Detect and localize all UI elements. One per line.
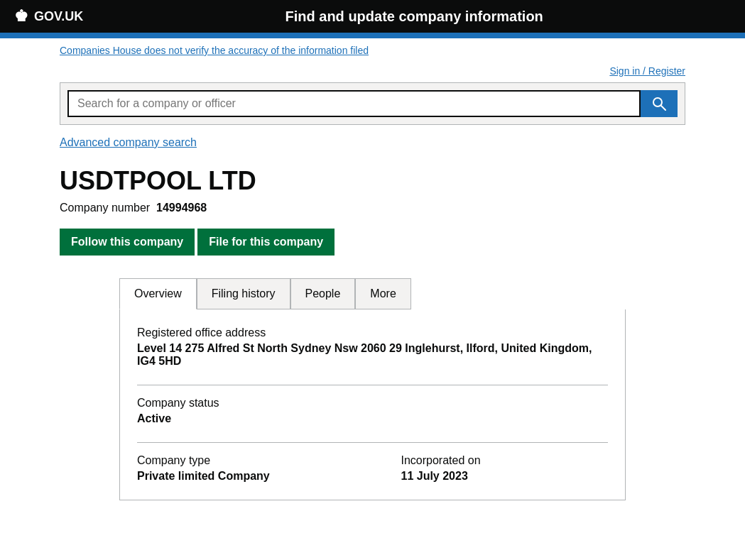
tab-people-link[interactable]: People — [291, 279, 355, 309]
gov-logo-text: GOV.UK — [34, 9, 83, 24]
crown-icon: ♚ — [14, 7, 28, 26]
search-container — [60, 82, 685, 125]
incorporated-label: Incorporated on — [401, 454, 609, 467]
company-status-section: Company status Active — [137, 397, 608, 425]
search-input[interactable] — [67, 90, 641, 117]
company-name: USDTPOOL LTD — [60, 166, 685, 196]
company-number-row: Company number 14994968 — [60, 202, 685, 214]
registered-office-label: Registered office address — [137, 326, 608, 339]
incorporated-value: 11 July 2023 — [401, 470, 609, 483]
svg-line-1 — [661, 106, 665, 110]
search-icon — [652, 97, 666, 111]
incorporated-col: Incorporated on 11 July 2023 — [401, 454, 609, 483]
notice-link[interactable]: Companies House does not verify the accu… — [60, 45, 369, 56]
search-button[interactable] — [641, 90, 678, 117]
gov-logo[interactable]: ♚ GOV.UK — [14, 7, 83, 26]
tabs-list: Overview Filing history People More — [119, 278, 626, 309]
tabs-container: Overview Filing history People More Regi… — [119, 278, 626, 500]
tab-filing-history-link[interactable]: Filing history — [197, 279, 290, 309]
header-title: Find and update company information — [97, 9, 731, 25]
company-type-col: Company type Private limited Company — [137, 454, 344, 483]
divider-2 — [137, 442, 608, 443]
company-status-label: Company status — [137, 397, 608, 410]
signin-link[interactable]: Sign in / Register — [609, 65, 685, 77]
company-type-value: Private limited Company — [137, 470, 344, 483]
registered-office-value: Level 14 275 Alfred St North Sydney Nsw … — [137, 342, 608, 368]
company-type-label: Company type — [137, 454, 344, 467]
file-company-button[interactable]: File for this company — [197, 229, 335, 256]
follow-company-button[interactable]: Follow this company — [60, 229, 195, 256]
company-number-value: 14994968 — [156, 202, 207, 214]
site-header: ♚ GOV.UK Find and update company informa… — [0, 0, 745, 33]
divider-1 — [137, 385, 608, 385]
company-status-value: Active — [137, 412, 608, 425]
tab-overview-link[interactable]: Overview — [120, 279, 196, 309]
signin-bar: Sign in / Register — [0, 62, 745, 82]
blue-banner — [0, 33, 745, 38]
tab-people[interactable]: People — [290, 278, 356, 309]
notice-bar: Companies House does not verify the accu… — [0, 38, 745, 62]
tab-filing-history[interactable]: Filing history — [197, 278, 290, 309]
tab-more-link[interactable]: More — [356, 279, 410, 309]
tab-more[interactable]: More — [355, 278, 410, 309]
registered-office-section: Registered office address Level 14 275 A… — [137, 326, 608, 368]
tab-overview[interactable]: Overview — [119, 278, 197, 309]
svg-point-0 — [653, 98, 662, 106]
advanced-search-link[interactable]: Advanced company search — [60, 136, 685, 149]
company-section: USDTPOOL LTD Company number 14994968 Fol… — [60, 166, 685, 500]
tab-content-overview: Registered office address Level 14 275 A… — [119, 309, 626, 500]
company-number-label: Company number — [60, 202, 150, 214]
company-type-incorporated-row: Company type Private limited Company Inc… — [137, 454, 608, 483]
action-buttons: Follow this company File for this compan… — [60, 229, 685, 256]
